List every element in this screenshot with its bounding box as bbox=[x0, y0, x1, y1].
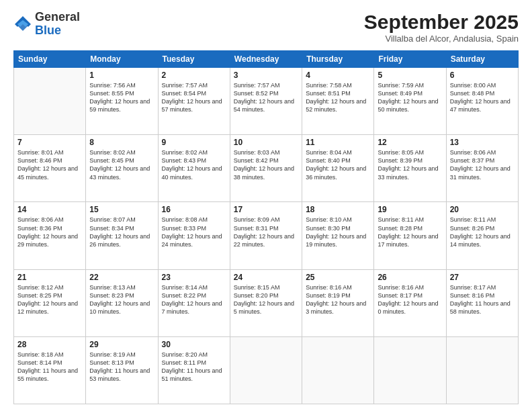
day-number: 5 bbox=[378, 71, 442, 80]
table-row bbox=[14, 68, 86, 135]
table-row: 30Sunrise: 8:20 AM Sunset: 8:11 PM Dayli… bbox=[158, 336, 230, 404]
table-row: 28Sunrise: 8:18 AM Sunset: 8:14 PM Dayli… bbox=[14, 336, 86, 404]
day-number: 13 bbox=[450, 138, 515, 147]
cell-info: Sunrise: 8:19 AM Sunset: 8:13 PM Dayligh… bbox=[89, 351, 154, 383]
day-number: 24 bbox=[234, 273, 298, 282]
cell-info: Sunrise: 8:10 AM Sunset: 8:30 PM Dayligh… bbox=[306, 216, 370, 248]
table-row: 25Sunrise: 8:16 AM Sunset: 8:19 PM Dayli… bbox=[302, 269, 374, 336]
table-row: 12Sunrise: 8:05 AM Sunset: 8:39 PM Dayli… bbox=[374, 135, 446, 202]
calendar-week-row: 1Sunrise: 7:56 AM Sunset: 8:55 PM Daylig… bbox=[14, 68, 519, 135]
cell-info: Sunrise: 8:06 AM Sunset: 8:37 PM Dayligh… bbox=[450, 148, 515, 181]
table-row: 27Sunrise: 8:17 AM Sunset: 8:16 PM Dayli… bbox=[446, 269, 518, 336]
cell-info: Sunrise: 7:57 AM Sunset: 8:54 PM Dayligh… bbox=[162, 81, 226, 114]
calendar-week-row: 7Sunrise: 8:01 AM Sunset: 8:46 PM Daylig… bbox=[14, 135, 519, 202]
day-number: 8 bbox=[89, 138, 154, 147]
table-row: 19Sunrise: 8:11 AM Sunset: 8:28 PM Dayli… bbox=[374, 202, 446, 269]
cell-info: Sunrise: 8:15 AM Sunset: 8:20 PM Dayligh… bbox=[234, 283, 298, 316]
day-number: 6 bbox=[450, 71, 515, 80]
logo-blue: Blue bbox=[35, 24, 61, 37]
day-number: 23 bbox=[162, 273, 226, 282]
location-subtitle: Villalba del Alcor, Andalusia, Spain bbox=[364, 34, 519, 44]
calendar-week-row: 21Sunrise: 8:12 AM Sunset: 8:25 PM Dayli… bbox=[14, 269, 519, 336]
cell-info: Sunrise: 8:06 AM Sunset: 8:36 PM Dayligh… bbox=[17, 216, 82, 248]
cell-info: Sunrise: 8:16 AM Sunset: 8:17 PM Dayligh… bbox=[378, 283, 442, 316]
cell-info: Sunrise: 8:08 AM Sunset: 8:33 PM Dayligh… bbox=[162, 216, 226, 248]
logo-icon bbox=[13, 15, 32, 34]
calendar-table: Sunday Monday Tuesday Wednesday Thursday… bbox=[13, 50, 519, 404]
cell-info: Sunrise: 8:13 AM Sunset: 8:23 PM Dayligh… bbox=[89, 283, 154, 316]
col-monday: Monday bbox=[86, 51, 158, 68]
day-number: 2 bbox=[162, 71, 226, 80]
cell-info: Sunrise: 8:03 AM Sunset: 8:42 PM Dayligh… bbox=[234, 148, 298, 181]
day-number: 27 bbox=[450, 273, 515, 282]
table-row bbox=[230, 336, 302, 404]
calendar-week-row: 28Sunrise: 8:18 AM Sunset: 8:14 PM Dayli… bbox=[14, 336, 519, 404]
table-row: 21Sunrise: 8:12 AM Sunset: 8:25 PM Dayli… bbox=[14, 269, 86, 336]
table-row: 6Sunrise: 8:00 AM Sunset: 8:48 PM Daylig… bbox=[446, 68, 518, 135]
cell-info: Sunrise: 8:04 AM Sunset: 8:40 PM Dayligh… bbox=[306, 148, 370, 181]
cell-info: Sunrise: 7:59 AM Sunset: 8:49 PM Dayligh… bbox=[378, 81, 442, 114]
table-row bbox=[374, 336, 446, 404]
day-number: 14 bbox=[17, 205, 82, 214]
cell-info: Sunrise: 7:57 AM Sunset: 8:52 PM Dayligh… bbox=[234, 81, 298, 114]
day-number: 16 bbox=[162, 205, 226, 214]
page: General Blue September 2025 Villalba del… bbox=[0, 0, 532, 411]
cell-info: Sunrise: 8:17 AM Sunset: 8:16 PM Dayligh… bbox=[450, 283, 515, 316]
day-number: 11 bbox=[306, 138, 370, 147]
cell-info: Sunrise: 8:16 AM Sunset: 8:19 PM Dayligh… bbox=[306, 283, 370, 316]
table-row: 13Sunrise: 8:06 AM Sunset: 8:37 PM Dayli… bbox=[446, 135, 518, 202]
table-row: 23Sunrise: 8:14 AM Sunset: 8:22 PM Dayli… bbox=[158, 269, 230, 336]
logo-general: General bbox=[35, 10, 80, 24]
table-row: 15Sunrise: 8:07 AM Sunset: 8:34 PM Dayli… bbox=[86, 202, 158, 269]
col-wednesday: Wednesday bbox=[230, 51, 302, 68]
day-number: 28 bbox=[17, 340, 82, 349]
cell-info: Sunrise: 8:12 AM Sunset: 8:25 PM Dayligh… bbox=[17, 283, 82, 316]
table-row: 5Sunrise: 7:59 AM Sunset: 8:49 PM Daylig… bbox=[374, 68, 446, 135]
day-number: 22 bbox=[89, 273, 154, 282]
day-number: 19 bbox=[378, 205, 442, 214]
logo: General Blue bbox=[13, 11, 80, 38]
table-row: 29Sunrise: 8:19 AM Sunset: 8:13 PM Dayli… bbox=[86, 336, 158, 404]
table-row: 24Sunrise: 8:15 AM Sunset: 8:20 PM Dayli… bbox=[230, 269, 302, 336]
cell-info: Sunrise: 8:11 AM Sunset: 8:26 PM Dayligh… bbox=[450, 216, 515, 248]
col-thursday: Thursday bbox=[302, 51, 374, 68]
day-number: 15 bbox=[89, 205, 154, 214]
cell-info: Sunrise: 7:56 AM Sunset: 8:55 PM Dayligh… bbox=[89, 81, 154, 114]
table-row: 3Sunrise: 7:57 AM Sunset: 8:52 PM Daylig… bbox=[230, 68, 302, 135]
day-number: 4 bbox=[306, 71, 370, 80]
cell-info: Sunrise: 8:07 AM Sunset: 8:34 PM Dayligh… bbox=[89, 216, 154, 248]
col-saturday: Saturday bbox=[446, 51, 518, 68]
table-row: 2Sunrise: 7:57 AM Sunset: 8:54 PM Daylig… bbox=[158, 68, 230, 135]
day-number: 10 bbox=[234, 138, 298, 147]
table-row: 22Sunrise: 8:13 AM Sunset: 8:23 PM Dayli… bbox=[86, 269, 158, 336]
day-number: 21 bbox=[17, 273, 82, 282]
cell-info: Sunrise: 8:09 AM Sunset: 8:31 PM Dayligh… bbox=[234, 216, 298, 248]
col-sunday: Sunday bbox=[14, 51, 86, 68]
day-number: 1 bbox=[89, 71, 154, 80]
cell-info: Sunrise: 8:01 AM Sunset: 8:46 PM Dayligh… bbox=[17, 148, 82, 181]
day-number: 9 bbox=[162, 138, 226, 147]
day-number: 20 bbox=[450, 205, 515, 214]
table-row bbox=[302, 336, 374, 404]
cell-info: Sunrise: 8:11 AM Sunset: 8:28 PM Dayligh… bbox=[378, 216, 442, 248]
cell-info: Sunrise: 7:58 AM Sunset: 8:51 PM Dayligh… bbox=[306, 81, 370, 114]
table-row: 7Sunrise: 8:01 AM Sunset: 8:46 PM Daylig… bbox=[14, 135, 86, 202]
day-number: 17 bbox=[234, 205, 298, 214]
table-row bbox=[446, 336, 518, 404]
table-row: 4Sunrise: 7:58 AM Sunset: 8:51 PM Daylig… bbox=[302, 68, 374, 135]
day-number: 26 bbox=[378, 273, 442, 282]
cell-info: Sunrise: 8:18 AM Sunset: 8:14 PM Dayligh… bbox=[17, 351, 82, 383]
day-number: 30 bbox=[162, 340, 226, 349]
table-row: 9Sunrise: 8:02 AM Sunset: 8:43 PM Daylig… bbox=[158, 135, 230, 202]
day-number: 25 bbox=[306, 273, 370, 282]
table-row: 20Sunrise: 8:11 AM Sunset: 8:26 PM Dayli… bbox=[446, 202, 518, 269]
table-row: 14Sunrise: 8:06 AM Sunset: 8:36 PM Dayli… bbox=[14, 202, 86, 269]
day-number: 12 bbox=[378, 138, 442, 147]
table-row: 17Sunrise: 8:09 AM Sunset: 8:31 PM Dayli… bbox=[230, 202, 302, 269]
table-row: 1Sunrise: 7:56 AM Sunset: 8:55 PM Daylig… bbox=[86, 68, 158, 135]
table-row: 26Sunrise: 8:16 AM Sunset: 8:17 PM Dayli… bbox=[374, 269, 446, 336]
calendar-week-row: 14Sunrise: 8:06 AM Sunset: 8:36 PM Dayli… bbox=[14, 202, 519, 269]
cell-info: Sunrise: 8:02 AM Sunset: 8:45 PM Dayligh… bbox=[89, 148, 154, 181]
cell-info: Sunrise: 8:20 AM Sunset: 8:11 PM Dayligh… bbox=[162, 351, 226, 383]
calendar-header-row: Sunday Monday Tuesday Wednesday Thursday… bbox=[14, 51, 519, 68]
